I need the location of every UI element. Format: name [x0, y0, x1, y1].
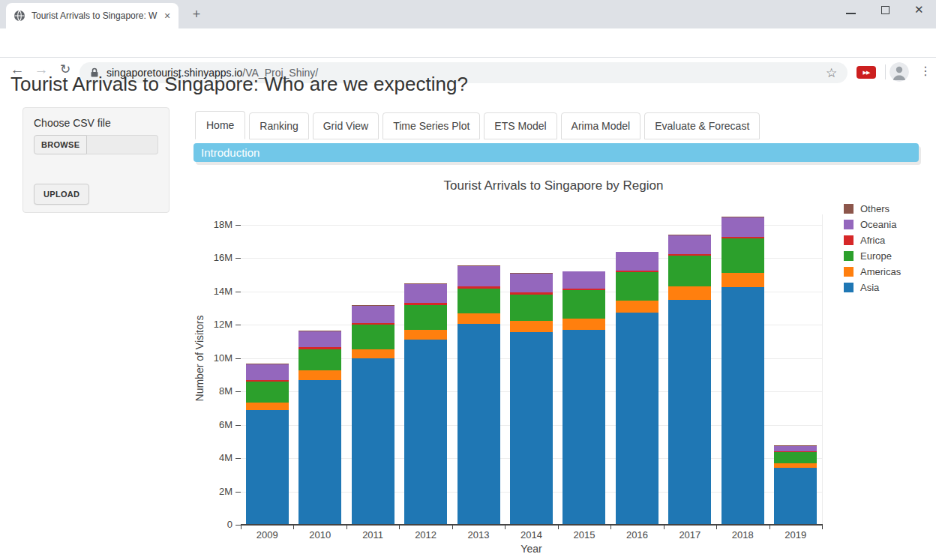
section-header: Introduction	[194, 143, 919, 162]
browse-button[interactable]: BROWSE	[34, 135, 87, 154]
bar-2017-oceania[interactable]	[668, 235, 711, 254]
bar-2014-africa[interactable]	[510, 292, 553, 295]
legend-label: Europe	[860, 250, 892, 262]
bar-2010-africa[interactable]	[298, 347, 341, 349]
tab-arima-model[interactable]: Arima Model	[561, 112, 641, 139]
bar-2014-americas[interactable]	[510, 321, 553, 332]
bar-2019-africa[interactable]	[774, 451, 817, 452]
bar-2011-americas[interactable]	[352, 349, 394, 358]
bar-2012-oceania[interactable]	[404, 284, 447, 303]
bar-2010-others[interactable]	[298, 331, 341, 331]
window-close-button[interactable]: ✕	[914, 3, 924, 16]
bar-2015-asia[interactable]	[562, 330, 605, 525]
bar-2018-americas[interactable]	[722, 273, 764, 287]
bar-2009-asia[interactable]	[246, 410, 289, 525]
bar-2016-africa[interactable]	[616, 271, 658, 272]
bar-2011-oceania[interactable]	[352, 306, 394, 323]
bar-2015-americas[interactable]	[562, 319, 605, 330]
tab-grid-view[interactable]: Grid View	[313, 112, 379, 139]
bar-2018-oceania[interactable]	[722, 217, 764, 237]
bar-2011-africa[interactable]	[352, 323, 394, 325]
tab-ranking[interactable]: Ranking	[249, 112, 308, 139]
bar-2012-europe[interactable]	[404, 305, 447, 330]
youtube-extension-icon[interactable]: ▶▶	[856, 66, 876, 79]
browser-tab[interactable]: Tourist Arrivals to Singapore: Wh ×	[6, 3, 178, 28]
bar-2016-asia[interactable]	[616, 313, 658, 525]
bar-2014-asia[interactable]	[510, 332, 553, 525]
bar-2019-others[interactable]	[774, 445, 817, 446]
bar-2010-asia[interactable]	[298, 380, 341, 525]
legend-label: Americas	[860, 266, 901, 277]
bar-2012-africa[interactable]	[404, 303, 447, 305]
bookmark-star-icon[interactable]: ☆	[826, 65, 837, 81]
bar-2009-others[interactable]	[246, 364, 289, 364]
tab-close-icon[interactable]: ×	[160, 10, 174, 22]
legend-item-asia[interactable]: Asia	[844, 282, 901, 293]
bar-2016-europe[interactable]	[616, 272, 658, 301]
bar-2019-europe[interactable]	[774, 452, 817, 463]
tab-ets-model[interactable]: ETS Model	[484, 112, 556, 139]
bar-2012-americas[interactable]	[404, 330, 447, 340]
x-axis-title: Year	[241, 543, 822, 555]
window-minimize-button[interactable]	[846, 13, 856, 14]
legend-item-oceania[interactable]: Oceania	[844, 219, 901, 230]
bar-2013-others[interactable]	[458, 265, 500, 266]
bar-2013-oceania[interactable]	[458, 266, 500, 286]
bar-2013-americas[interactable]	[458, 313, 500, 324]
tab-home[interactable]: Home	[195, 111, 245, 139]
bar-2018-asia[interactable]	[722, 287, 764, 525]
bar-2011-asia[interactable]	[352, 358, 394, 525]
bar-2015-oceania[interactable]	[562, 271, 605, 289]
bar-2010-europe[interactable]	[298, 349, 341, 370]
legend-item-others[interactable]: Others	[844, 203, 901, 214]
bar-2010-americas[interactable]	[298, 370, 341, 380]
x-tick-label: 2016	[610, 529, 663, 541]
bar-2016-americas[interactable]	[616, 301, 658, 313]
bar-2017-africa[interactable]	[668, 254, 711, 256]
y-tick-label: 16M	[188, 252, 232, 263]
bar-2018-others[interactable]	[722, 217, 764, 217]
bar-2018-europe[interactable]	[722, 238, 764, 273]
bar-2012-asia[interactable]	[404, 340, 447, 525]
bar-2019-americas[interactable]	[774, 463, 817, 468]
legend-item-americas[interactable]: Americas	[844, 266, 901, 277]
bar-2014-others[interactable]	[510, 273, 553, 274]
bar-2009-africa[interactable]	[246, 380, 289, 382]
file-name-field[interactable]	[87, 135, 158, 154]
bar-2014-oceania[interactable]	[510, 274, 553, 292]
bar-2013-africa[interactable]	[458, 286, 500, 289]
bar-2012-others[interactable]	[404, 283, 447, 284]
bar-2017-americas[interactable]	[668, 286, 711, 300]
tab-evaluate-forecast[interactable]: Evaluate & Forecast	[644, 112, 760, 139]
bar-2017-europe[interactable]	[668, 256, 711, 286]
bar-2013-europe[interactable]	[458, 289, 500, 313]
bar-2015-europe[interactable]	[562, 290, 605, 319]
bar-2009-americas[interactable]	[246, 403, 289, 410]
upload-button[interactable]: UPLOAD	[34, 184, 89, 205]
bar-2011-europe[interactable]	[352, 325, 394, 349]
bar-2011-others[interactable]	[352, 305, 394, 306]
bar-2017-others[interactable]	[668, 235, 711, 235]
bar-2019-oceania[interactable]	[774, 446, 817, 451]
bar-2014-europe[interactable]	[510, 295, 553, 321]
legend-item-europe[interactable]: Europe	[844, 250, 901, 262]
bar-2010-oceania[interactable]	[298, 331, 341, 347]
bar-2017-asia[interactable]	[668, 300, 711, 525]
bar-2013-asia[interactable]	[458, 324, 500, 525]
x-tick-label: 2013	[452, 529, 505, 541]
x-tick	[452, 526, 453, 529]
y-tick-label: 10M	[188, 352, 232, 364]
profile-avatar[interactable]	[890, 62, 909, 82]
chart-title: Tourist Arrivals to Singapore by Region	[240, 178, 867, 193]
bar-2019-asia[interactable]	[774, 468, 817, 525]
bar-2009-europe[interactable]	[246, 382, 289, 403]
bar-2009-oceania[interactable]	[246, 364, 289, 380]
bar-2016-oceania[interactable]	[616, 252, 658, 271]
bar-2015-africa[interactable]	[562, 289, 605, 290]
new-tab-button[interactable]: +	[188, 6, 206, 24]
bar-2018-africa[interactable]	[722, 237, 764, 238]
browser-menu-icon[interactable]: ⋮	[920, 64, 932, 78]
legend-item-africa[interactable]: Africa	[844, 235, 901, 246]
window-maximize-button[interactable]	[881, 6, 890, 14]
tab-time-series-plot[interactable]: Time Series Plot	[382, 112, 480, 139]
